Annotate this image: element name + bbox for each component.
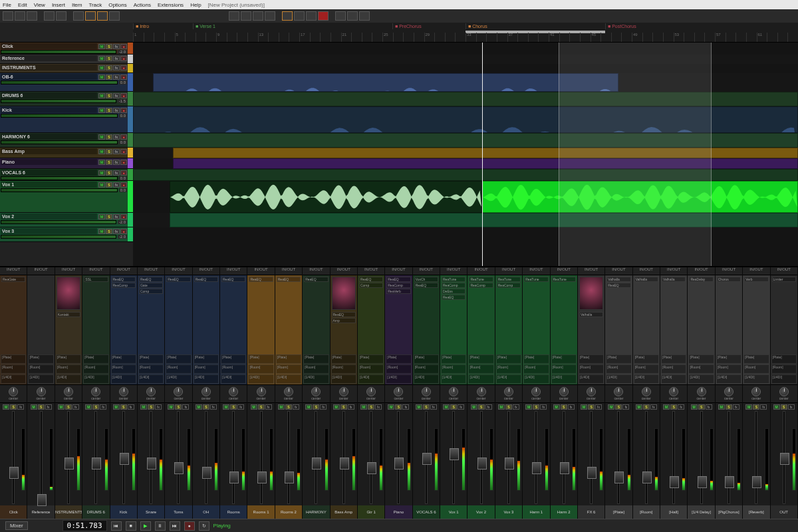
fx-chain[interactable]: Valhalla — [633, 275, 660, 354]
solo-button[interactable]: S — [106, 182, 112, 188]
channel-name-label[interactable]: FX 6 — [578, 505, 604, 519]
channel-name-label[interactable]: Reference — [27, 505, 54, 519]
channel-io-label[interactable]: IN/OUT — [523, 267, 549, 275]
fx-chain[interactable]: Kontakt — [55, 275, 82, 354]
ripple-icon[interactable] — [109, 11, 120, 21]
media-clip[interactable] — [133, 169, 798, 181]
track-header[interactable]: HARMONY 6 M S fx ● 0.0 — [0, 133, 128, 147]
channel-mute-button[interactable]: M — [251, 404, 257, 410]
send-slot[interactable]: [Plate] — [276, 354, 301, 364]
rewind-start-icon[interactable]: ⏮ — [111, 521, 122, 531]
fx-slot[interactable]: ReaEQ — [606, 283, 630, 288]
recarm-button[interactable]: ● — [120, 93, 127, 98]
solo-button[interactable]: S — [106, 56, 112, 61]
recarm-button[interactable]: ● — [120, 214, 127, 219]
fx-slot[interactable]: ReaTune — [524, 277, 548, 282]
track-name-label[interactable]: Piano — [1, 159, 97, 165]
send-slot[interactable]: [1/4Dl] — [194, 374, 219, 384]
fx-plugin-thumb[interactable] — [332, 277, 356, 310]
fx-button[interactable]: fx — [113, 44, 120, 49]
channel-solo-button[interactable]: S — [368, 404, 374, 410]
channel-solo-button[interactable]: S — [285, 404, 292, 410]
envelope-icon[interactable] — [241, 11, 251, 21]
fader-track[interactable] — [617, 411, 620, 504]
fx-slot[interactable]: ReaEQ — [139, 277, 163, 282]
fx-slot[interactable]: Valhalla — [662, 277, 686, 282]
channel-fx-button[interactable]: fx — [733, 404, 739, 410]
pan-knob[interactable] — [587, 387, 596, 396]
fx-chain[interactable]: ReaEQAmp — [331, 275, 357, 354]
track-name-label[interactable]: Vox 1 — [1, 182, 97, 188]
fader-track[interactable] — [287, 411, 290, 504]
fx-slot[interactable]: ReaTune — [552, 277, 576, 282]
channel-name-label[interactable]: Vox 3 — [495, 505, 522, 519]
save-icon[interactable] — [27, 11, 37, 21]
media-clip[interactable] — [133, 92, 798, 106]
fader-cap[interactable] — [340, 458, 349, 469]
fader-track[interactable] — [563, 411, 565, 504]
fx-slot[interactable]: ReaEQ — [249, 277, 273, 282]
channel-mute-button[interactable]: M — [388, 404, 394, 410]
fx-chain[interactable]: Valhalla — [660, 275, 687, 354]
track-volume-slider[interactable] — [1, 99, 116, 103]
fader-cap[interactable] — [312, 458, 321, 469]
track-lane[interactable] — [133, 43, 798, 55]
send-slot[interactable]: [1/4Dl] — [276, 374, 301, 384]
channel-solo-button[interactable]: S — [230, 404, 237, 410]
fx-chain[interactable]: Verb — [743, 275, 769, 354]
fx-chain[interactable]: ReaTune — [551, 275, 577, 354]
channel-solo-button[interactable]: S — [726, 404, 732, 410]
recarm-button[interactable]: ● — [120, 149, 127, 154]
fx-slot[interactable]: ReaEQ — [166, 277, 190, 282]
mute-button[interactable]: M — [98, 108, 105, 113]
fader-cap[interactable] — [477, 458, 487, 469]
fx-slot[interactable]: Comp — [359, 283, 383, 288]
channel-io-label[interactable]: IN/OUT — [413, 267, 440, 275]
channel-solo-button[interactable]: S — [505, 404, 512, 410]
fx-slot[interactable]: Kontakt — [57, 312, 80, 317]
fx-slot[interactable]: Amp — [332, 318, 356, 323]
channel-name-label[interactable]: [1/4 Delay] — [688, 505, 714, 519]
recarm-button[interactable]: ● — [120, 74, 127, 80]
fx-chain[interactable]: ReaEQReaCompReaVerb — [385, 275, 412, 354]
snap-icon[interactable] — [85, 11, 96, 21]
fx-slot[interactable]: Valhalla — [634, 277, 658, 282]
fx-slot[interactable]: VoxCh — [414, 277, 438, 282]
track-name-label[interactable]: Click — [1, 43, 97, 49]
channel-fx-button[interactable]: fx — [458, 404, 464, 410]
fx-slot[interactable]: ReaEQ — [359, 277, 383, 282]
arrange-timeline[interactable] — [133, 43, 798, 266]
send-slot[interactable]: [1/4Dl] — [248, 374, 273, 384]
channel-fx-button[interactable]: fx — [540, 404, 547, 410]
send-slot[interactable]: [Room] — [716, 364, 741, 374]
item-group-icon[interactable] — [253, 11, 263, 21]
send-slot[interactable]: [Plate] — [661, 354, 686, 364]
send-slot[interactable]: [Plate] — [688, 354, 714, 364]
menu-options[interactable]: Options — [108, 2, 127, 8]
send-slot[interactable]: [Plate] — [194, 354, 219, 364]
track-name-label[interactable]: HARMONY 6 — [1, 134, 97, 140]
fader-cap[interactable] — [174, 462, 184, 474]
fader-cap[interactable] — [670, 476, 679, 488]
mixer-tab-label[interactable]: Mixer — [5, 521, 28, 530]
channel-io-label[interactable]: IN/OUT — [220, 267, 247, 275]
solo-button[interactable]: S — [106, 134, 112, 140]
fx-button[interactable]: fx — [113, 149, 120, 154]
fader-track[interactable] — [728, 411, 730, 504]
track-header[interactable]: VOCALS 6 M S fx ● 0.0 — [0, 169, 128, 180]
time-display[interactable]: 0:51.783 — [63, 520, 107, 531]
fx-slot[interactable]: Valhalla — [606, 277, 630, 282]
track-header[interactable]: Bass Amp M S fx ● — [0, 148, 128, 158]
fader-track[interactable] — [672, 411, 675, 504]
playhead[interactable] — [482, 43, 483, 266]
fx-slot[interactable]: ReaEQ — [194, 277, 218, 282]
channel-fx-button[interactable]: fx — [595, 404, 602, 410]
fx-chain[interactable]: ReaEQ — [165, 275, 192, 354]
recarm-button[interactable]: ● — [120, 44, 127, 49]
recarm-button[interactable]: ● — [120, 56, 127, 61]
send-slot[interactable]: [Room] — [468, 364, 493, 374]
media-clip[interactable] — [170, 213, 798, 227]
channel-name-label[interactable]: Harm 2 — [551, 505, 577, 519]
send-slot[interactable]: [Room] — [441, 364, 466, 374]
fx-chain[interactable] — [27, 275, 54, 354]
